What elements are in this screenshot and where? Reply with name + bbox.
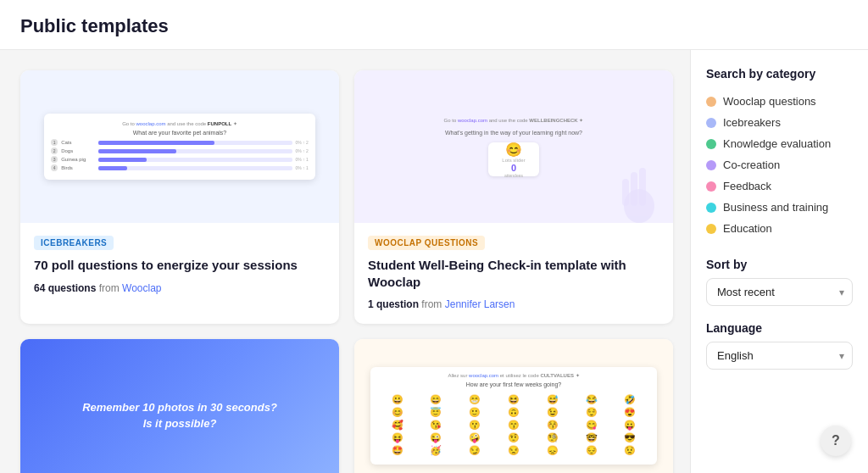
category-item-feedback[interactable]: Feedback xyxy=(706,175,853,197)
category-item-knowledge[interactable]: Knowledge evaluation xyxy=(706,133,853,154)
wellbeing-mock: Go to wooclap.com and use the code WELLB… xyxy=(387,117,642,176)
category-label: Co-creation xyxy=(723,159,780,171)
culture-header: Allez sur wooclap.com et utilisez le cod… xyxy=(376,372,652,378)
language-section: Language English French Spanish German ▾ xyxy=(706,321,853,370)
sort-select-wrapper: Most recent Most popular Alphabetical ▾ xyxy=(706,278,853,306)
category-dot-co-creation xyxy=(706,160,716,170)
author: Wooclap xyxy=(122,282,161,294)
sidebar: Search by category Wooclap questions Ice… xyxy=(690,50,868,473)
template-card[interactable]: Go to wooclap.com and use the code WELLB… xyxy=(354,70,673,324)
search-by-category-title: Search by category xyxy=(706,67,853,81)
category-item-business[interactable]: Business and training xyxy=(706,197,853,218)
template-card[interactable]: Remember 10 photos in 30 seconds?Is it p… xyxy=(20,339,339,473)
card-title: Student Well-Being Check-in template wit… xyxy=(368,257,659,290)
category-list: Wooclap questions Icebreakers Knowledge … xyxy=(706,91,853,239)
card-meta: 1 question from Jennifer Larsen xyxy=(368,298,659,310)
card-title: 70 poll questions to energize your sessi… xyxy=(34,257,326,274)
business-text: Remember 10 photos in 30 seconds?Is it p… xyxy=(74,391,286,441)
category-dot-education xyxy=(706,224,716,234)
category-dot-business xyxy=(706,203,716,213)
sort-label: Sort by xyxy=(706,258,853,271)
page-wrapper: Public templates Go to wooclap.com and u… xyxy=(0,0,868,473)
category-dot-knowledge xyxy=(706,139,716,149)
mock-question: What are your favorite pet animals? xyxy=(51,130,309,136)
language-label: Language xyxy=(706,321,853,335)
page-header: Public templates xyxy=(0,0,868,50)
category-item-education[interactable]: Education xyxy=(706,218,853,239)
card-meta: 64 questions from Wooclap xyxy=(34,282,326,294)
author-prefix: from xyxy=(99,282,120,294)
card-thumbnail-business: Remember 10 photos in 30 seconds?Is it p… xyxy=(20,339,339,473)
category-item-icebreakers[interactable]: Icebreakers xyxy=(706,112,853,133)
main-content: Go to wooclap.com and use the code FUNPO… xyxy=(0,50,868,473)
category-label: Business and training xyxy=(723,201,828,214)
card-body: WOOCLAP QUESTIONS Student Well-Being Che… xyxy=(354,223,673,324)
language-select-wrapper: English French Spanish German ▾ xyxy=(706,342,853,370)
templates-area: Go to wooclap.com and use the code FUNPO… xyxy=(0,50,690,473)
author: Jennifer Larsen xyxy=(445,298,515,310)
culture-mock: Allez sur wooclap.com et utilisez le cod… xyxy=(370,367,657,465)
hand-illustration xyxy=(614,155,665,223)
card-thumbnail-wellbeing: Go to wooclap.com and use the code WELLB… xyxy=(354,70,673,223)
category-item-wooclap[interactable]: Wooclap questions xyxy=(706,91,853,112)
templates-grid: Go to wooclap.com and use the code FUNPO… xyxy=(20,70,673,473)
category-dot-wooclap xyxy=(706,97,716,107)
questions-count: 64 questions xyxy=(34,282,96,294)
wellbeing-slider-card: 😊 Lots slider 0 attendees xyxy=(488,142,539,176)
category-label: Feedback xyxy=(723,180,771,192)
category-badge: ICEBREAKERS xyxy=(34,236,114,250)
card-thumbnail-culture: Allez sur wooclap.com et utilisez le cod… xyxy=(354,339,673,473)
wellbeing-header: Go to wooclap.com and use the code WELLB… xyxy=(444,117,584,123)
category-item-co-creation[interactable]: Co-creation xyxy=(706,154,853,175)
svg-rect-1 xyxy=(631,172,637,206)
category-label: Education xyxy=(723,222,772,235)
sort-select[interactable]: Most recent Most popular Alphabetical xyxy=(706,278,853,306)
card-thumbnail-icebreakers: Go to wooclap.com and use the code FUNPO… xyxy=(20,70,339,223)
mock-ui-icebreakers: Go to wooclap.com and use the code FUNPO… xyxy=(44,114,315,180)
category-badge: WOOCLAP QUESTIONS xyxy=(368,236,485,250)
language-select[interactable]: English French Spanish German xyxy=(706,342,853,370)
emoji-grid: 😀😄😁😆😅😂🤣 😊😇🙂🙃😉😌😍 🥰😘😗😙😚😋😛 😝😜🤪🤨🧐🤓😎 🤩🥳😏😒😞😔😟 xyxy=(376,391,652,459)
svg-rect-3 xyxy=(622,179,629,206)
svg-rect-2 xyxy=(639,168,646,206)
template-card[interactable]: Allez sur wooclap.com et utilisez le cod… xyxy=(354,339,673,473)
help-button[interactable]: ? xyxy=(821,426,851,456)
author-prefix: from xyxy=(421,298,442,310)
card-body: ICEBREAKERS 70 poll questions to energiz… xyxy=(20,223,339,308)
category-label: Wooclap questions xyxy=(723,95,816,108)
template-card[interactable]: Go to wooclap.com and use the code FUNPO… xyxy=(20,70,339,324)
page-title: Public templates xyxy=(20,15,848,37)
category-label: Knowledge evaluation xyxy=(723,137,831,150)
category-label: Icebreakers xyxy=(723,116,781,129)
culture-question: How are your first few weeks going? xyxy=(376,381,652,387)
sort-section: Sort by Most recent Most popular Alphabe… xyxy=(706,258,853,306)
category-dot-icebreakers xyxy=(706,118,716,128)
questions-count: 1 question xyxy=(368,298,419,310)
mock-header: Go to wooclap.com and use the code FUNPO… xyxy=(51,120,309,126)
category-dot-feedback xyxy=(706,181,716,192)
